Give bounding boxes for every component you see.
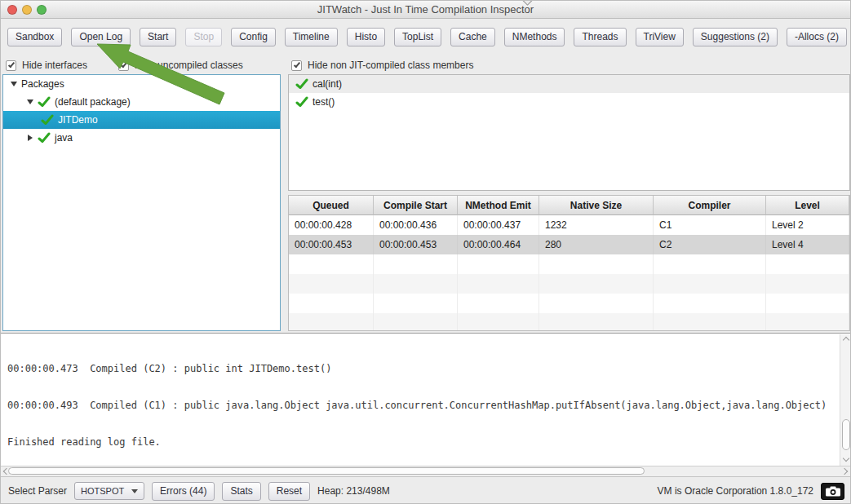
tree-item-default-package[interactable]: (default package) bbox=[3, 93, 280, 111]
cell-level: Level 4 bbox=[766, 235, 849, 254]
toplist-button[interactable]: TopList bbox=[394, 28, 441, 46]
horizontal-scroll-thumb[interactable] bbox=[8, 467, 645, 475]
close-window-icon[interactable] bbox=[7, 5, 17, 15]
hide-interfaces-label: Hide interfaces bbox=[22, 60, 87, 71]
tree-item-label: java bbox=[55, 132, 73, 144]
member-label: test() bbox=[312, 96, 335, 108]
vertical-scrollbar[interactable] bbox=[840, 334, 851, 466]
start-button[interactable]: Start bbox=[140, 28, 176, 46]
cell-queued: 00:00:00.453 bbox=[289, 235, 374, 254]
cell-native-size: 280 bbox=[539, 235, 654, 254]
table-header-level[interactable]: Level bbox=[766, 196, 849, 215]
reset-button[interactable]: Reset bbox=[268, 482, 310, 501]
cache-button[interactable]: Cache bbox=[450, 28, 495, 46]
hide-uncompiled-label: Hide uncompiled classes bbox=[135, 60, 243, 71]
table-header-native-size[interactable]: Native Size bbox=[539, 196, 654, 215]
vm-info: VM is Oracle Corporation 1.8.0_172 bbox=[658, 485, 813, 497]
hide-non-jit-label: Hide non JIT-compiled class members bbox=[308, 60, 473, 71]
status-bar: Select Parser HOTSPOT Errors (44) Stats … bbox=[1, 477, 851, 504]
chevron-right-icon[interactable] bbox=[24, 135, 36, 141]
cell-compile-start: 00:00:00.453 bbox=[374, 235, 458, 254]
scroll-down-icon[interactable] bbox=[843, 455, 849, 462]
suggestions-button[interactable]: Suggestions (2) bbox=[693, 28, 778, 46]
table-header-queued[interactable]: Queued bbox=[289, 196, 374, 215]
checkbox-icon[interactable] bbox=[291, 60, 302, 71]
compilations-table: Queued Compile Start NMethod Emit Native… bbox=[288, 195, 850, 331]
jitwatch-window: JITWatch - Just In Time Compilation Insp… bbox=[0, 0, 851, 504]
hide-non-jit-checkbox[interactable]: Hide non JIT-compiled class members bbox=[291, 60, 473, 71]
tree-item-label: (default package) bbox=[55, 96, 131, 108]
parser-value: HOTSPOT bbox=[81, 486, 124, 496]
heap-status: Heap: 213/498M bbox=[317, 485, 390, 497]
timeline-button[interactable]: Timeline bbox=[285, 28, 338, 46]
window-title: JITWatch - Just In Time Compilation Insp… bbox=[1, 1, 850, 18]
open-log-button[interactable]: Open Log bbox=[71, 28, 131, 46]
toolbar: Sandbox Open Log Start Stop Config Timel… bbox=[1, 19, 850, 55]
log-line: 00:00:00.473 Compiled (C2) : public int … bbox=[7, 363, 839, 375]
tree-item-jitdemo[interactable]: JITDemo bbox=[3, 111, 280, 129]
config-button[interactable]: Config bbox=[231, 28, 276, 46]
cell-compiler: C2 bbox=[654, 235, 766, 254]
horizontal-scrollbar[interactable] bbox=[1, 466, 851, 477]
member-label: cal(int) bbox=[312, 78, 342, 90]
member-list: cal(int) test() bbox=[288, 74, 850, 191]
cell-compile-start: 00:00:00.436 bbox=[374, 215, 458, 235]
table-header-compile-start[interactable]: Compile Start bbox=[374, 196, 458, 215]
cell-native-size: 1232 bbox=[539, 215, 654, 235]
checkmark-icon bbox=[295, 96, 308, 108]
table-row-empty bbox=[289, 294, 849, 313]
zoom-window-icon[interactable] bbox=[37, 5, 47, 15]
checkmark-icon bbox=[41, 114, 54, 126]
tree-item-label: Packages bbox=[21, 78, 64, 90]
chevron-down-icon[interactable] bbox=[24, 99, 36, 104]
checkbox-icon[interactable] bbox=[6, 60, 16, 71]
member-item-test[interactable]: test() bbox=[289, 93, 849, 111]
scroll-up-icon[interactable] bbox=[843, 337, 849, 343]
table-row[interactable]: 00:00:00.428 00:00:00.436 00:00:00.437 1… bbox=[289, 215, 849, 235]
threads-button[interactable]: Threads bbox=[574, 28, 626, 46]
right-filter-row: Hide non JIT-compiled class members bbox=[291, 56, 473, 74]
log-output[interactable]: 00:00:00.473 Compiled (C2) : public int … bbox=[1, 334, 839, 466]
errors-button[interactable]: Errors (44) bbox=[152, 482, 215, 501]
table-row-selected[interactable]: 00:00:00.453 00:00:00.453 00:00:00.464 2… bbox=[289, 235, 849, 254]
tree-item-label: JITDemo bbox=[58, 114, 98, 126]
cell-level: Level 2 bbox=[766, 215, 849, 235]
table-header-nmethod-emit[interactable]: NMethod Emit bbox=[458, 196, 539, 215]
chevron-down-icon bbox=[131, 489, 138, 493]
histo-button[interactable]: Histo bbox=[347, 28, 385, 46]
parser-select[interactable]: HOTSPOT bbox=[74, 482, 144, 500]
table-header-compiler[interactable]: Compiler bbox=[654, 196, 766, 215]
nmethods-button[interactable]: NMethods bbox=[504, 28, 565, 46]
log-panel: 00:00:00.473 Compiled (C2) : public int … bbox=[1, 333, 851, 466]
package-tree: Packages (default package) JITDemo java bbox=[2, 74, 281, 331]
tree-item-java[interactable]: java bbox=[3, 129, 280, 147]
cell-compiler: C1 bbox=[654, 215, 766, 235]
checkbox-icon[interactable] bbox=[118, 60, 129, 71]
stop-button: Stop bbox=[185, 28, 222, 46]
hide-interfaces-checkbox[interactable]: Hide interfaces bbox=[6, 60, 87, 71]
camera-icon bbox=[825, 486, 841, 497]
chevron-down-icon[interactable] bbox=[8, 82, 20, 86]
scroll-right-icon[interactable] bbox=[841, 468, 848, 475]
cell-nmethod-emit: 00:00:00.464 bbox=[458, 235, 539, 254]
vertical-scroll-thumb[interactable] bbox=[842, 419, 850, 450]
minimize-window-icon[interactable] bbox=[22, 5, 32, 15]
table-row-empty bbox=[289, 313, 849, 331]
screenshot-button[interactable] bbox=[821, 483, 844, 500]
log-line: 00:00:00.493 Compiled (C1) : public java… bbox=[7, 400, 839, 412]
cell-nmethod-emit: 00:00:00.437 bbox=[458, 215, 539, 235]
allocs-button[interactable]: -Allocs (2) bbox=[787, 28, 847, 46]
titlebar: JITWatch - Just In Time Compilation Insp… bbox=[1, 1, 850, 19]
tree-item-packages[interactable]: Packages bbox=[3, 75, 280, 93]
log-line: Finished reading log file. bbox=[7, 436, 839, 449]
sandbox-button[interactable]: Sandbox bbox=[7, 28, 62, 46]
checkmark-icon bbox=[38, 96, 51, 108]
checkmark-icon bbox=[295, 78, 308, 90]
cell-queued: 00:00:00.428 bbox=[289, 215, 374, 235]
member-item-cal[interactable]: cal(int) bbox=[289, 75, 849, 93]
checkmark-icon bbox=[38, 132, 51, 144]
stats-button[interactable]: Stats bbox=[222, 482, 260, 501]
hide-uncompiled-checkbox[interactable]: Hide uncompiled classes bbox=[118, 60, 243, 71]
left-filter-row: Hide interfaces Hide uncompiled classes bbox=[6, 56, 243, 74]
triview-button[interactable]: TriView bbox=[636, 28, 684, 46]
